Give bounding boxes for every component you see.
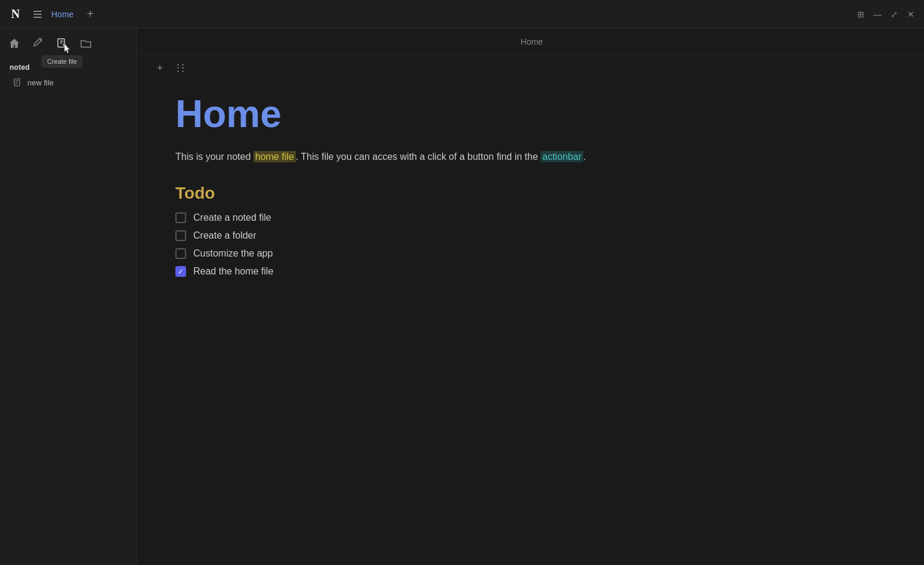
svg-rect-2 <box>33 17 42 18</box>
drag-handle-btn[interactable] <box>173 60 190 76</box>
sidebar-item-new-file[interactable]: new file <box>4 74 133 91</box>
todo-checkbox-1[interactable] <box>175 212 186 223</box>
todo-label-3: Customize the app <box>193 248 273 259</box>
actionbar-highlight: actionbar <box>540 151 583 162</box>
sidebar: Create file noted <box>0 29 137 565</box>
close-btn[interactable]: ✕ <box>905 8 917 20</box>
todo-checkbox-4[interactable]: ✓ <box>175 266 186 277</box>
layout-btn[interactable]: ⊞ <box>855 8 867 20</box>
home-file-highlight: home file <box>254 151 296 162</box>
todo-checkbox-3[interactable] <box>175 248 186 259</box>
content-area: Home + Home This is your noted home file… <box>140 29 924 565</box>
file-icon <box>13 78 23 87</box>
folder-icon[interactable] <box>79 36 93 51</box>
content-body: Home This is your noted home file. This … <box>140 81 924 565</box>
svg-rect-0 <box>33 11 42 12</box>
todo-list: Create a noted file Create a folder Cust… <box>175 212 888 277</box>
home-icon[interactable] <box>7 36 21 51</box>
todo-item-4: ✓ Read the home file <box>175 266 888 277</box>
desc-before-highlight1: This is your noted <box>175 152 254 162</box>
content-header: Home <box>140 29 924 55</box>
todo-item-1: Create a noted file <box>175 212 888 223</box>
todo-checkbox-2[interactable] <box>175 230 186 241</box>
create-file-icon[interactable]: Create file <box>55 36 69 51</box>
add-tab-btn[interactable]: + <box>83 7 97 21</box>
page-title: Home <box>175 93 888 135</box>
todo-label-4: Read the home file <box>193 266 273 277</box>
sidebar-toggle-btn[interactable] <box>31 8 44 21</box>
todo-label-1: Create a noted file <box>193 212 271 223</box>
app-logo: N <box>7 6 24 23</box>
sidebar-toolbar: Create file <box>0 29 137 58</box>
svg-rect-1 <box>33 14 42 15</box>
todo-item-2: Create a folder <box>175 230 888 241</box>
maximize-btn[interactable]: ⤢ <box>888 8 900 20</box>
home-tab[interactable]: Home <box>51 10 73 19</box>
desc-between: . This file you can acces with a click o… <box>296 152 541 162</box>
main-layout: Create file noted <box>0 29 924 565</box>
todo-label-2: Create a folder <box>193 230 257 241</box>
todo-heading: Todo <box>175 184 888 203</box>
content-toolbar: + <box>140 55 924 81</box>
content-header-title: Home <box>521 37 543 47</box>
titlebar: N Home + ⊞ — ⤢ ✕ <box>0 0 924 29</box>
sidebar-file-label: new file <box>27 78 54 87</box>
page-description: This is your noted home file. This file … <box>175 149 617 165</box>
create-file-tooltip: Create file <box>42 55 82 67</box>
desc-after: . <box>583 152 586 162</box>
window-controls: ⊞ — ⤢ ✕ <box>855 8 917 20</box>
add-block-btn[interactable]: + <box>152 60 168 76</box>
minimize-btn[interactable]: — <box>872 8 883 20</box>
edit-icon[interactable] <box>31 36 45 51</box>
drag-dots-icon <box>177 64 186 72</box>
todo-item-3: Customize the app <box>175 248 888 259</box>
